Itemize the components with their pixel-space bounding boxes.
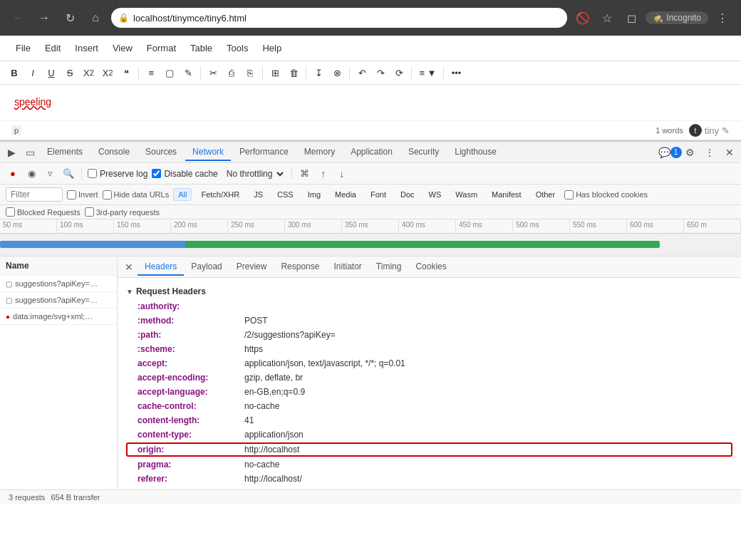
address-bar[interactable]: 🔒 localhost/tinymce/tiny6.html xyxy=(111,8,567,28)
device-toolbar-button[interactable]: ▭ xyxy=(21,144,38,161)
more-devtools-button[interactable]: ⋮ xyxy=(701,144,718,161)
window-button[interactable]: ◻ xyxy=(621,8,641,28)
filter-font[interactable]: Font xyxy=(366,188,391,201)
image-button[interactable]: ▢ xyxy=(161,64,178,81)
filter-other[interactable]: Other xyxy=(531,188,561,201)
tab-console[interactable]: Console xyxy=(91,144,137,161)
filter-fetch-xhr[interactable]: Fetch/XHR xyxy=(196,188,244,201)
more-tools-button[interactable]: ••• xyxy=(447,64,465,81)
delete-table-button[interactable]: 🗑 xyxy=(285,64,302,81)
home-button[interactable]: ⌂ xyxy=(86,8,105,28)
third-party-checkbox[interactable] xyxy=(85,207,94,217)
underline-button[interactable]: U xyxy=(43,64,60,81)
record-button[interactable]: ● xyxy=(6,167,20,181)
cut-button[interactable]: ✂ xyxy=(204,64,222,81)
tab-memory[interactable]: Memory xyxy=(297,144,342,161)
subscript-button[interactable]: X2 xyxy=(80,64,98,81)
preserve-log-checkbox[interactable] xyxy=(88,169,97,178)
blocked-requests-label[interactable]: Blocked Requests xyxy=(6,207,81,217)
menu-table[interactable]: Table xyxy=(183,40,219,56)
filter-media[interactable]: Media xyxy=(330,188,361,201)
inspect-element-button[interactable]: ▶ xyxy=(3,144,20,161)
history-button[interactable]: ⟳ xyxy=(390,64,408,81)
menu-file[interactable]: File xyxy=(9,40,38,56)
has-blocked-cookies-label[interactable]: Has blocked cookies xyxy=(564,190,648,199)
tab-elements[interactable]: Elements xyxy=(40,144,90,161)
details-tab-cookies[interactable]: Cookies xyxy=(408,259,453,276)
invert-checkbox[interactable] xyxy=(67,190,76,199)
superscript-button[interactable]: X2 xyxy=(99,64,117,81)
back-button[interactable]: ← xyxy=(9,8,28,28)
list-item-2[interactable]: ▢ suggestions?apiKey=… xyxy=(0,292,117,308)
menu-help[interactable]: Help xyxy=(255,40,289,56)
disable-cache-label[interactable]: Disable cache xyxy=(152,169,217,179)
settings-button[interactable]: ⚙ xyxy=(681,144,698,161)
strikethrough-button[interactable]: S xyxy=(61,64,78,81)
filter-js[interactable]: JS xyxy=(249,188,268,201)
invert-label[interactable]: Invert xyxy=(67,190,98,199)
tab-security[interactable]: Security xyxy=(401,144,446,161)
tab-performance[interactable]: Performance xyxy=(232,144,296,161)
tab-application[interactable]: Application xyxy=(343,144,400,161)
filter-wasm[interactable]: Wasm xyxy=(450,188,482,201)
menu-view[interactable]: View xyxy=(105,40,140,56)
filter-ws[interactable]: WS xyxy=(424,188,447,201)
details-tab-preview[interactable]: Preview xyxy=(229,259,274,276)
menu-edit[interactable]: Edit xyxy=(38,40,68,56)
list-item-1[interactable]: ▢ suggestions?apiKey=… xyxy=(0,276,117,292)
bold-button[interactable]: B xyxy=(6,64,23,81)
chat-button[interactable]: 💬 1 xyxy=(661,144,678,161)
details-tab-timing[interactable]: Timing xyxy=(369,259,409,276)
align-button[interactable]: ≡ ▼ xyxy=(415,64,440,81)
close-devtools-button[interactable]: ✕ xyxy=(721,144,738,161)
menu-insert[interactable]: Insert xyxy=(68,40,105,56)
copy-button[interactable]: ⎙ xyxy=(223,64,240,81)
reload-button[interactable]: ↻ xyxy=(60,8,80,28)
tab-sources[interactable]: Sources xyxy=(138,144,184,161)
tab-network[interactable]: Network xyxy=(185,144,231,161)
download-button[interactable]: ↧ xyxy=(310,64,327,81)
filter-toggle-button[interactable]: ▿ xyxy=(43,167,57,181)
search-button[interactable]: 🔍 xyxy=(61,167,76,181)
upload-button[interactable]: ↑ xyxy=(316,167,331,181)
filter-css[interactable]: CSS xyxy=(272,188,299,201)
cancel-button[interactable]: ⊗ xyxy=(328,64,346,81)
editor-content[interactable]: speeling xyxy=(0,85,741,120)
draw-button[interactable]: ✎ xyxy=(180,64,197,81)
request-headers-section[interactable]: ▼ Request Headers xyxy=(126,284,732,299)
menu-format[interactable]: Format xyxy=(140,40,183,56)
throttle-select[interactable]: No throttling Fast 3G Slow 3G Offline xyxy=(222,167,286,180)
filter-input[interactable] xyxy=(6,187,63,202)
details-tab-initiator[interactable]: Initiator xyxy=(326,259,368,276)
has-blocked-cookies-checkbox[interactable] xyxy=(564,190,574,199)
details-tab-response[interactable]: Response xyxy=(274,259,326,276)
details-close-button[interactable]: ✕ xyxy=(120,259,138,276)
hide-data-urls-checkbox[interactable] xyxy=(103,190,112,199)
clear-button[interactable]: ◉ xyxy=(24,167,38,181)
select-table-button[interactable]: ⊞ xyxy=(266,64,284,81)
download-btn[interactable]: ↓ xyxy=(335,167,349,181)
details-tab-payload[interactable]: Payload xyxy=(184,259,229,276)
filter-doc[interactable]: Doc xyxy=(395,188,420,201)
preserve-log-label[interactable]: Preserve log xyxy=(88,169,147,179)
forward-button[interactable]: → xyxy=(34,8,54,28)
hide-data-urls-label[interactable]: Hide data URLs xyxy=(103,190,170,199)
filter-all[interactable]: All xyxy=(173,188,192,201)
filter-manifest[interactable]: Manifest xyxy=(487,188,527,201)
paste-button[interactable]: ⎘ xyxy=(242,64,259,81)
third-party-label[interactable]: 3rd-party requests xyxy=(85,207,160,217)
undo-button[interactable]: ↶ xyxy=(353,64,370,81)
redo-button[interactable]: ↷ xyxy=(372,64,389,81)
special-char-button[interactable]: ≡ xyxy=(142,64,160,81)
italic-button[interactable]: I xyxy=(24,64,41,81)
blocked-requests-checkbox[interactable] xyxy=(6,207,15,217)
blockquote-button[interactable]: ❝ xyxy=(118,64,135,81)
tracking-protection-button[interactable]: 🚫 xyxy=(573,8,593,28)
list-item-3[interactable]: ● data:image/svg+xml;… xyxy=(0,308,117,325)
bookmark-button[interactable]: ☆ xyxy=(597,8,617,28)
details-tab-headers[interactable]: Headers xyxy=(138,259,184,276)
disable-cache-checkbox[interactable] xyxy=(152,169,161,178)
menu-tools[interactable]: Tools xyxy=(219,40,255,56)
tab-lighthouse[interactable]: Lighthouse xyxy=(447,144,504,161)
more-button[interactable]: ⋮ xyxy=(712,8,732,28)
